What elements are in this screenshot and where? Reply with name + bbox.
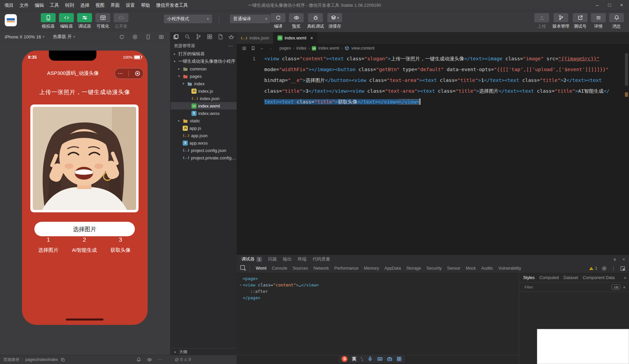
- tree-item-common[interactable]: ▸common: [171, 65, 237, 72]
- new-style-rule-icon[interactable]: +: [623, 284, 626, 290]
- menu-选择[interactable]: 选择: [77, 0, 92, 11]
- more-actions-icon[interactable]: ⋯: [228, 43, 233, 49]
- search-icon[interactable]: [184, 34, 190, 40]
- devtools-tab-Sources[interactable]: Sources: [293, 266, 308, 271]
- tool-button-详情[interactable]: [591, 13, 606, 22]
- preview-eye-icon[interactable]: [147, 357, 152, 362]
- home-icon[interactable]: [134, 70, 141, 77]
- screenshot-icon[interactable]: [158, 34, 164, 40]
- collapse-icon[interactable]: ∧: [613, 257, 617, 262]
- ime-punctuation[interactable]: ’,: [361, 357, 363, 361]
- tool-button-测试号[interactable]: [573, 13, 588, 22]
- compile-select[interactable]: 普通编译 ▾: [230, 14, 270, 23]
- styles-tab-Component Data[interactable]: Component Data: [583, 275, 615, 280]
- back-arrow-icon[interactable]: ←: [260, 46, 264, 51]
- path-label[interactable]: 页面路径: [3, 357, 20, 363]
- choose-image-button[interactable]: 选择图片: [34, 222, 135, 236]
- menu-帮助[interactable]: 帮助: [138, 0, 153, 11]
- minimize-icon[interactable]: –: [591, 0, 603, 10]
- menu-编辑[interactable]: 编辑: [32, 0, 47, 11]
- source-control-icon[interactable]: [196, 34, 202, 40]
- debugger-tab-问题[interactable]: 问题: [268, 256, 277, 262]
- problems-counter[interactable]: 0 ⚠ 0: [175, 357, 191, 362]
- menu-文件[interactable]: 文件: [17, 0, 32, 11]
- debugger-tab-终端[interactable]: 终端: [298, 256, 306, 262]
- theme-icon[interactable]: [228, 34, 234, 40]
- record-icon[interactable]: [132, 34, 138, 40]
- action-button-清缓存[interactable]: ▾: [327, 13, 342, 22]
- scrollbar-thumb[interactable]: [625, 53, 628, 86]
- breadcrumb-pages[interactable]: pages: [279, 46, 291, 51]
- code-line[interactable]: bindtap="__e">选择图片</button><view class="…: [264, 75, 609, 86]
- more-icon[interactable]: ⋯: [118, 72, 123, 75]
- tree-item-index.wxml[interactable]: <>index.wxml: [171, 102, 237, 110]
- styles-tab-Styles[interactable]: Styles: [523, 275, 535, 280]
- hot-reload-select[interactable]: 热重载 开 ▾: [53, 34, 75, 40]
- code-line[interactable]: <view class="content"><text class="sloga…: [264, 53, 609, 64]
- devtools-tab-Mock[interactable]: Mock: [466, 266, 476, 271]
- keyboard-icon[interactable]: [377, 356, 383, 362]
- breadcrumb-index.wxml[interactable]: index.wxml: [318, 46, 339, 51]
- devtools-tab-Memory[interactable]: Memory: [364, 266, 379, 271]
- close-icon[interactable]: ×: [310, 35, 313, 41]
- devtools-tab-Storage[interactable]: Storage: [406, 266, 421, 271]
- devtools-tab-Network[interactable]: Network: [313, 266, 329, 271]
- restart-icon[interactable]: [119, 34, 125, 40]
- notifications-icon[interactable]: [136, 357, 141, 362]
- devtools-tab-Audits[interactable]: Audits: [481, 266, 493, 271]
- devtools-tab-AppData[interactable]: AppData: [385, 266, 401, 271]
- tree-item-app.json[interactable]: {..}app.json: [171, 132, 237, 139]
- styles-tab-Dataset[interactable]: Dataset: [564, 275, 578, 280]
- tree-item-project.private.config.js...[interactable]: {..}project.private.config.js...: [171, 154, 237, 161]
- tree-item-一键生成动漫头像微信小程序[interactable]: ▾一键生成动漫头像微信小程序: [171, 58, 237, 65]
- menu-设置[interactable]: 设置: [123, 0, 138, 11]
- debugger-tab-代码质量[interactable]: 代码质量: [312, 256, 330, 262]
- filter-input[interactable]: Filter: [522, 284, 609, 290]
- overflow-chevron-icon[interactable]: »: [624, 275, 626, 280]
- tool-button-上传[interactable]: [534, 13, 549, 22]
- devtools-tab-Wxml[interactable]: Wxml: [256, 266, 266, 271]
- gear-icon[interactable]: [601, 266, 607, 271]
- devtools-tab-Console[interactable]: Console: [272, 266, 287, 271]
- tool-button-版本管理[interactable]: [553, 13, 568, 22]
- ellipsis-icon[interactable]: ⋯: [158, 357, 162, 362]
- element-node[interactable]: <page>: [239, 275, 519, 282]
- menu-界面[interactable]: 界面: [108, 0, 123, 11]
- tree-item-static[interactable]: ▸static: [171, 117, 237, 124]
- tool-button-模拟器[interactable]: [41, 13, 56, 22]
- devtools-tab-Vulnerability[interactable]: Vulnerability: [498, 266, 521, 271]
- tree-item-打开的编辑器[interactable]: ▸打开的编辑器: [171, 50, 237, 58]
- code-line[interactable]: class="title">3</text></view><view class…: [264, 86, 609, 96]
- toolbox-icon[interactable]: [387, 356, 392, 362]
- tool-button-可视化[interactable]: [95, 13, 110, 22]
- dock-panel-icon[interactable]: [620, 266, 626, 271]
- menu-项目[interactable]: 项目: [1, 0, 17, 11]
- editor-layout-icon[interactable]: [207, 34, 213, 40]
- styles-tab-Computed[interactable]: Computed: [539, 275, 559, 280]
- device-select[interactable]: iPhone X 100% 16 ▾: [5, 34, 44, 39]
- menu-转到[interactable]: 转到: [62, 0, 77, 11]
- copy-icon[interactable]: [61, 358, 65, 362]
- tool-button-调试器[interactable]: [77, 13, 92, 22]
- devtools-tab-Sensor[interactable]: Sensor: [447, 266, 460, 271]
- close-icon[interactable]: ×: [622, 257, 625, 262]
- tree-item-app.wxss[interactable]: Sapp.wxss: [171, 139, 237, 147]
- forward-arrow-icon[interactable]: →: [269, 46, 273, 51]
- maximize-icon[interactable]: □: [603, 0, 616, 10]
- tree-item-index[interactable]: ▾index: [171, 80, 237, 87]
- microphone-icon[interactable]: [367, 356, 373, 362]
- debugger-tab-调试器[interactable]: 调试器: [241, 256, 254, 262]
- ime-toolbar[interactable]: S 英 ’,: [338, 354, 406, 364]
- tree-item-index.wxss[interactable]: Sindex.wxss: [171, 110, 237, 117]
- tree-item-index.js[interactable]: JSindex.js: [171, 87, 237, 95]
- bookmark-icon[interactable]: [251, 46, 256, 51]
- action-button-编译[interactable]: [271, 13, 286, 22]
- tab-index.wxml[interactable]: <>index.wxml×: [273, 32, 317, 44]
- code-editor[interactable]: 1 <view class="content"><text class="slo…: [237, 53, 629, 254]
- file-icon[interactable]: [217, 34, 223, 40]
- tree-item-index.json[interactable]: {..}index.json: [171, 95, 237, 102]
- code-line[interactable]: mode="widthFix"></image><button class="g…: [264, 64, 609, 75]
- menu-视图[interactable]: 视图: [92, 0, 108, 11]
- close-icon[interactable]: ×: [616, 0, 628, 10]
- menu-工具[interactable]: 工具: [47, 0, 62, 11]
